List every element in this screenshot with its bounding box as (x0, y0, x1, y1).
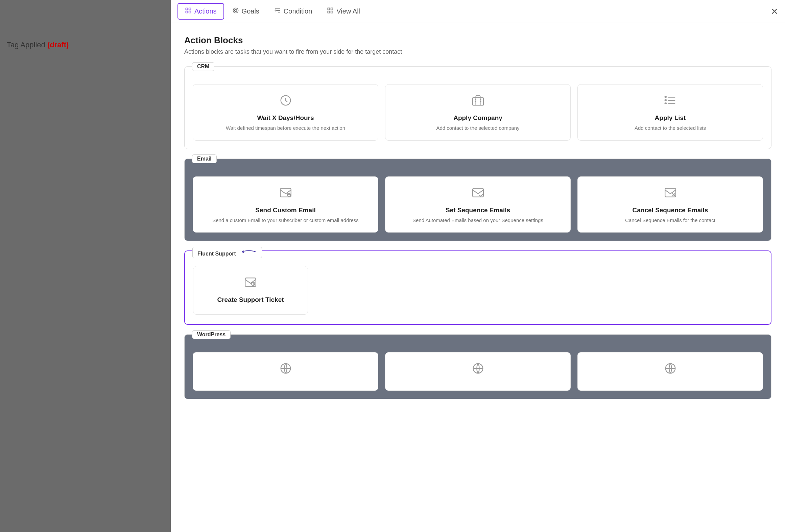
svg-rect-7 (328, 8, 330, 10)
company-icon (472, 94, 484, 110)
wp-icon-1 (279, 362, 292, 378)
svg-rect-14 (664, 99, 666, 101)
tag-status: Tag Applied (draft) (7, 41, 69, 49)
email-label: Email (192, 154, 217, 163)
card-set-sequence-emails[interactable]: Set Sequence Emails Send Automated Email… (385, 176, 571, 233)
card-send-custom-email-title: Send Custom Email (255, 207, 315, 214)
card-apply-company-title: Apply Company (453, 114, 502, 122)
actions-icon (185, 7, 192, 16)
email-cancel-icon (664, 186, 677, 202)
svg-rect-3 (189, 11, 191, 13)
crm-label: CRM (192, 62, 214, 71)
svg-rect-13 (664, 96, 666, 98)
wp-icon-2 (472, 362, 484, 378)
content-area: Action Blocks Actions blocks are tasks t… (171, 23, 785, 532)
background-panel: Tag Applied (draft) (0, 0, 171, 532)
card-apply-list-desc: Add contact to the selected lists (635, 124, 706, 132)
card-wait-days-hours[interactable]: Wait X Days/Hours Wait defined timespan … (193, 84, 378, 141)
fluent-support-header: Fluent Support (185, 251, 771, 324)
page-description: Actions blocks are tasks that you want t… (184, 48, 771, 55)
svg-point-5 (234, 9, 237, 12)
svg-point-4 (233, 8, 238, 13)
tab-view-all[interactable]: View All (320, 4, 367, 19)
svg-rect-15 (664, 102, 666, 104)
card-create-support-ticket[interactable]: Create Support Ticket (193, 266, 308, 315)
wordpress-cards (185, 341, 771, 399)
crm-group-header: CRM Wait X Days/Hours Wait defined times… (185, 67, 771, 149)
card-cancel-sequence-title: Cancel Sequence Emails (633, 207, 708, 214)
ticket-icon (244, 276, 257, 291)
email-group: Email Send Custom Email (184, 159, 771, 241)
condition-icon (274, 7, 281, 16)
wp-card-2[interactable] (385, 352, 571, 391)
tab-view-all-label: View All (336, 7, 360, 15)
wp-card-3[interactable] (577, 352, 763, 391)
fluent-support-cards: Create Support Ticket (185, 258, 771, 324)
email-cards: Send Custom Email Send a custom Email to… (185, 166, 771, 241)
tab-condition-label: Condition (284, 7, 312, 15)
email-group-header: Email Send Custom Email (185, 159, 771, 241)
list-icon (664, 94, 677, 110)
card-set-sequence-desc: Send Automated Emails based on your Sequ… (412, 217, 543, 224)
card-create-support-ticket-title: Create Support Ticket (217, 296, 284, 304)
card-apply-list[interactable]: Apply List Add contact to the selected l… (577, 84, 763, 141)
wp-card-1[interactable] (193, 352, 378, 391)
email-send-icon (279, 186, 292, 202)
tab-actions-label: Actions (194, 7, 217, 15)
svg-rect-8 (331, 8, 333, 10)
tab-goals[interactable]: Goals (225, 4, 266, 19)
card-apply-company-desc: Add contact to the selected company (436, 124, 520, 132)
wordpress-group: WordPress (184, 334, 771, 399)
tab-condition[interactable]: Condition (267, 4, 319, 19)
svg-rect-0 (186, 8, 188, 10)
card-send-custom-email[interactable]: Send Custom Email Send a custom Email to… (193, 176, 378, 233)
crm-group: CRM Wait X Days/Hours Wait defined times… (184, 66, 771, 149)
card-apply-list-title: Apply List (655, 114, 686, 122)
card-cancel-sequence-emails[interactable]: Cancel Sequence Emails Cancel Sequence E… (577, 176, 763, 233)
top-nav: Actions Goals Condition (171, 0, 785, 23)
svg-rect-10 (331, 11, 333, 13)
page-title: Action Blocks (184, 35, 771, 46)
card-set-sequence-title: Set Sequence Emails (446, 207, 510, 214)
wp-icon-3 (664, 362, 677, 378)
svg-rect-16 (280, 188, 291, 197)
card-cancel-sequence-desc: Cancel Sequence Emails for the contact (625, 217, 715, 224)
email-sequence-icon (472, 186, 484, 202)
card-wait-desc: Wait defined timespan before execute the… (226, 124, 345, 132)
crm-cards: Wait X Days/Hours Wait defined timespan … (185, 73, 771, 149)
wordpress-label: WordPress (192, 330, 231, 339)
svg-rect-1 (189, 8, 191, 10)
tab-goals-label: Goals (242, 7, 259, 15)
action-blocks-panel: Actions Goals Condition (171, 0, 785, 532)
svg-rect-2 (186, 11, 188, 13)
tab-actions[interactable]: Actions (177, 3, 224, 20)
view-all-icon (327, 7, 334, 16)
svg-point-6 (275, 10, 276, 11)
wordpress-group-header: WordPress (185, 335, 771, 399)
nav-tabs: Actions Goals Condition (177, 3, 367, 20)
card-apply-company[interactable]: Apply Company Add contact to the selecte… (385, 84, 571, 141)
card-wait-title: Wait X Days/Hours (257, 114, 314, 122)
fluent-support-group: Fluent Support (184, 250, 771, 325)
card-send-custom-email-desc: Send a custom Email to your subscriber o… (212, 217, 359, 224)
close-button[interactable]: ✕ (771, 6, 778, 17)
clock-icon (279, 94, 292, 110)
goals-icon (232, 7, 239, 16)
svg-rect-9 (328, 11, 330, 13)
svg-rect-12 (473, 98, 483, 105)
fluent-support-label: Fluent Support (192, 247, 262, 258)
